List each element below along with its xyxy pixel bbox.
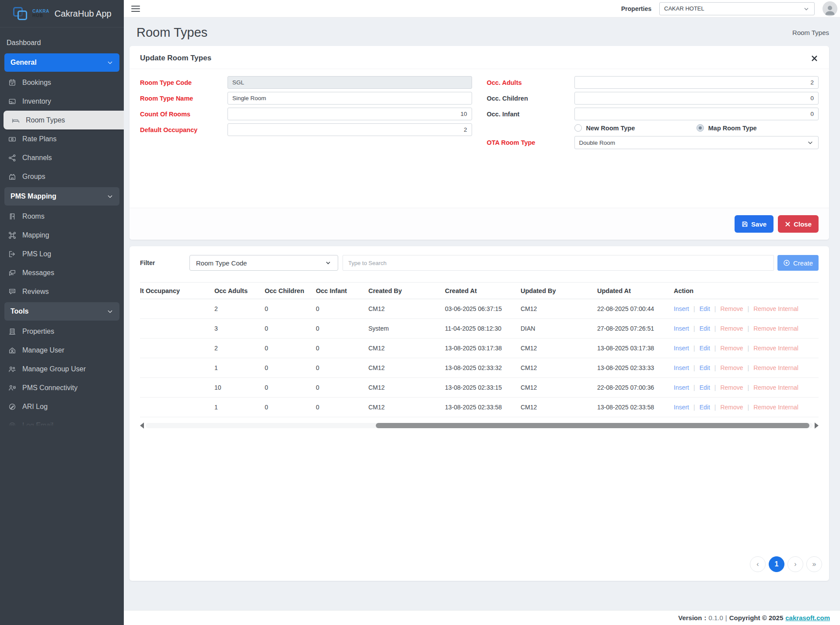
sidebar-item-tools[interactable]: Tools [4, 302, 119, 321]
action-remove-link[interactable]: Remove [720, 345, 743, 352]
action-remove-link[interactable]: Remove [720, 364, 743, 371]
action-remove-internal-link[interactable]: Remove Internal [753, 404, 798, 411]
property-select-value: CAKAR HOTEL [664, 5, 803, 12]
create-button[interactable]: Create [777, 255, 819, 271]
scrollbar-track[interactable] [146, 423, 813, 428]
close-icon[interactable] [810, 54, 819, 63]
occ-children-input[interactable] [574, 92, 819, 105]
next-page-button[interactable]: › [788, 556, 803, 572]
filter-field-select[interactable]: Room Type Code [189, 255, 338, 271]
sidebar-item-log-email[interactable]: Log Email [0, 416, 124, 426]
close-button[interactable]: Close [778, 215, 819, 233]
table-cell: System [368, 325, 445, 332]
sidebar-item-dashboard[interactable]: Dashboard [0, 33, 124, 52]
table-cell: 0 [316, 384, 368, 391]
form-row-room-type-name: Room Type Name [140, 92, 472, 105]
action-remove-internal-link[interactable]: Remove Internal [753, 305, 798, 312]
sidebar-item-pms-log[interactable]: PMS Log [0, 244, 124, 263]
property-select[interactable]: CAKAR HOTEL [659, 2, 815, 15]
action-edit-link[interactable]: Edit [700, 345, 710, 352]
table-cell: 13-08-2025 02:33:58 [445, 404, 521, 411]
sidebar-item-bookings[interactable]: Bookings [0, 73, 124, 92]
action-remove-link[interactable]: Remove [720, 325, 743, 332]
table-cell: 0 [265, 404, 316, 411]
action-insert-link[interactable]: Insert [674, 345, 689, 352]
scroll-left-arrow-icon[interactable] [140, 422, 144, 429]
prev-page-button[interactable]: ‹ [750, 556, 766, 572]
search-input[interactable] [343, 255, 774, 271]
sidebar-item-inventory[interactable]: Inventory [0, 92, 124, 111]
action-insert-link[interactable]: Insert [674, 305, 689, 312]
action-insert-link[interactable]: Insert [674, 325, 689, 332]
banknote-icon [8, 135, 16, 143]
occ-infant-input[interactable] [574, 108, 819, 120]
sidebar-nav: DashboardGeneralBookingsInventoryRoom Ty… [0, 28, 124, 426]
sidebar-item-general[interactable]: General [4, 53, 119, 72]
sidebar-item-manage-user[interactable]: Manage User [0, 341, 124, 360]
sidebar-item-room-types[interactable]: Room Types [4, 111, 124, 129]
table-cell: 0 [316, 345, 368, 352]
room-type-name-input[interactable] [228, 92, 472, 105]
sidebar-item-pms-mapping[interactable]: PMS Mapping [4, 187, 119, 206]
sidebar-item-messages[interactable]: Messages [0, 263, 124, 282]
column-header-lt-occupancy: lt Occupancy [140, 287, 214, 294]
footer-separator: | [725, 614, 727, 622]
compose-circle-icon [8, 403, 16, 411]
sidebar-item-ari-log[interactable]: ARI Log [0, 397, 124, 416]
action-insert-link[interactable]: Insert [674, 404, 689, 411]
action-remove-link[interactable]: Remove [720, 404, 743, 411]
table-cell: 3 [214, 325, 265, 332]
form-row-occ-children: Occ. Children [487, 92, 819, 105]
action-edit-link[interactable]: Edit [700, 305, 710, 312]
field-label-count-of-rooms: Count Of Rooms [140, 111, 228, 118]
action-edit-link[interactable]: Edit [700, 404, 710, 411]
save-button[interactable]: Save [735, 215, 774, 233]
action-edit-link[interactable]: Edit [700, 384, 710, 391]
action-remove-link[interactable]: Remove [720, 384, 743, 391]
scrollbar-thumb[interactable] [376, 423, 809, 428]
new-room-type-radio[interactable]: New Room Type [574, 124, 696, 132]
horizontal-scrollbar [140, 422, 819, 429]
action-remove-internal-link[interactable]: Remove Internal [753, 364, 798, 371]
page-title: Room Types [136, 25, 207, 40]
hamburger-menu-icon[interactable] [131, 6, 140, 12]
action-edit-link[interactable]: Edit [700, 364, 710, 371]
sidebar-item-reviews[interactable]: Reviews [0, 282, 124, 301]
table-cell: 13-08-2025 03:17:38 [597, 345, 674, 352]
last-page-button[interactable]: » [806, 556, 822, 572]
action-remove-internal-link[interactable]: Remove Internal [753, 384, 798, 391]
table-cell: 13-08-2025 02:33:32 [445, 364, 521, 371]
form-right-column: Occ. AdultsOcc. ChildrenOcc. InfantNew R… [487, 76, 819, 208]
action-insert-link[interactable]: Insert [674, 364, 689, 371]
page-footer: Version: 0.1.0 | Copyright © 2025 cakras… [124, 610, 840, 625]
table-cell: CM12 [368, 305, 445, 312]
count-of-rooms-input[interactable] [228, 108, 472, 120]
action-remove-link[interactable]: Remove [720, 305, 743, 312]
action-insert-link[interactable]: Insert [674, 384, 689, 391]
sidebar-item-channels[interactable]: Channels [0, 148, 124, 167]
table-row: 1000CM1213-08-2025 02:33:15CM1222-08-202… [140, 378, 819, 398]
sidebar-item-groups[interactable]: Groups [0, 167, 124, 186]
table-cell: 0 [265, 345, 316, 352]
page-1-button[interactable]: 1 [769, 556, 784, 572]
map-room-type-radio[interactable]: Map Room Type [696, 124, 819, 132]
ota-room-type-select[interactable]: Double Room [574, 136, 819, 149]
default-occupancy-input[interactable] [228, 123, 472, 136]
action-remove-internal-link[interactable]: Remove Internal [753, 345, 798, 352]
field-label-occ-children: Occ. Children [487, 95, 574, 102]
cakrasoft-link[interactable]: cakrasoft.com [785, 614, 830, 622]
form-row-occ-infant: Occ. Infant [487, 108, 819, 120]
sidebar-item-rate-plans[interactable]: Rate Plans [0, 129, 124, 148]
scroll-right-arrow-icon[interactable] [815, 422, 819, 429]
room-type-code-input[interactable] [228, 76, 472, 89]
sidebar-item-mapping[interactable]: Mapping [0, 226, 124, 244]
sidebar-item-pms-connectivity[interactable]: PMS Connectivity [0, 378, 124, 397]
sidebar-item-rooms[interactable]: Rooms [0, 207, 124, 226]
sidebar-item-properties[interactable]: Properties [0, 322, 124, 341]
sidebar-item-manage-group-user[interactable]: Manage Group User [0, 360, 124, 378]
table-cell: 2 [214, 345, 265, 352]
action-remove-internal-link[interactable]: Remove Internal [753, 325, 798, 332]
occ-adults-input[interactable] [574, 76, 819, 89]
user-avatar-icon[interactable] [822, 1, 837, 16]
action-edit-link[interactable]: Edit [700, 325, 710, 332]
